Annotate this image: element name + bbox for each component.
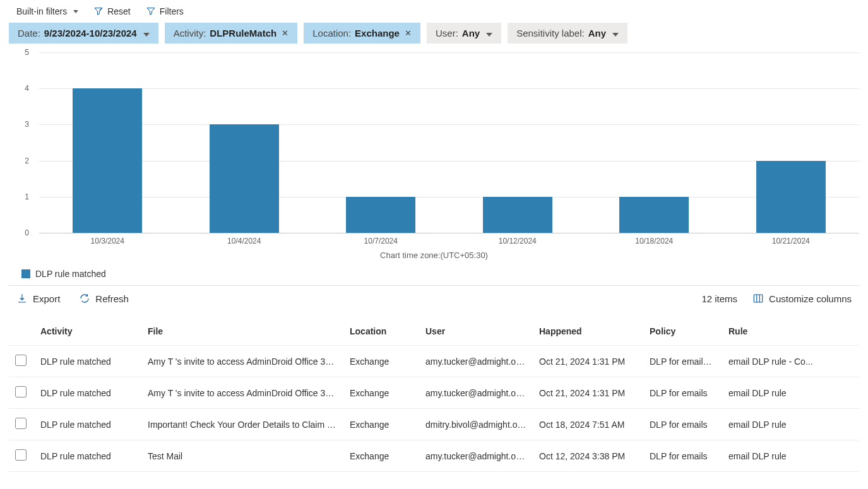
- x-tick: 10/4/2024: [176, 237, 313, 245]
- cell-rule: email DLP rule: [722, 440, 859, 472]
- y-tick: 3: [25, 120, 29, 129]
- cell-policy: DLP for emails: [643, 440, 722, 472]
- export-label: Export: [33, 293, 60, 304]
- bar-slot: [39, 52, 176, 233]
- cell-user: dmitry.bivol@admight.onmi...: [419, 409, 533, 440]
- columns-icon: [752, 293, 764, 304]
- cell-user: amy.tucker@admight.onmicr...: [419, 346, 533, 377]
- filter-icon: [146, 6, 156, 16]
- refresh-icon: [79, 293, 90, 304]
- y-tick: 5: [25, 48, 29, 57]
- cell-file: Test Mail: [141, 440, 343, 472]
- chart-timezone-label: Chart time zone:(UTC+05:30): [9, 250, 859, 260]
- filter-chip-label: Activity:: [174, 28, 206, 38]
- col-user[interactable]: User: [419, 317, 533, 346]
- y-tick: 0: [25, 228, 29, 237]
- table-row[interactable]: DLP rule matchedAmy T 's invite to acces…: [9, 346, 859, 377]
- filter-chip[interactable]: Date: 9/23/2024-10/23/2024: [9, 23, 158, 44]
- row-checkbox[interactable]: [15, 418, 27, 429]
- table-row[interactable]: DLP rule matchedAmy T 's invite to acces…: [9, 377, 859, 409]
- table-header-row: Activity File Location User Happened Pol…: [9, 317, 859, 346]
- bar-slot: [312, 52, 449, 233]
- legend-label: DLP rule matched: [35, 269, 106, 279]
- results-table: Activity File Location User Happened Pol…: [9, 317, 859, 472]
- col-location[interactable]: Location: [343, 317, 419, 346]
- row-checkbox[interactable]: [15, 355, 27, 366]
- table-row[interactable]: DLP rule matchedTest MailExchangeamy.tuc…: [9, 440, 859, 472]
- x-tick: 10/3/2024: [39, 237, 176, 245]
- cell-activity: DLP rule matched: [34, 377, 141, 409]
- filter-chip-label: User:: [436, 28, 458, 38]
- col-file[interactable]: File: [141, 317, 343, 346]
- cell-policy: DLP for emails - Co...: [643, 346, 722, 377]
- download-icon: [16, 293, 28, 304]
- filter-chip[interactable]: Activity: DLPRuleMatch ✕: [165, 23, 298, 44]
- x-tick: 10/21/2024: [723, 237, 860, 245]
- bar-chart: 012345 10/3/202410/4/202410/7/202410/12/…: [21, 52, 859, 242]
- cell-rule: email DLP rule: [722, 377, 859, 409]
- col-happened[interactable]: Happened: [533, 317, 643, 346]
- reset-button[interactable]: Reset: [90, 4, 134, 19]
- filters-button[interactable]: Filters: [142, 4, 187, 19]
- svg-rect-0: [754, 295, 763, 302]
- bar[interactable]: [210, 124, 279, 233]
- col-rule[interactable]: Rule: [722, 317, 859, 346]
- filter-chip-label: Date:: [18, 28, 40, 38]
- filter-chip-label: Sensitivity label:: [516, 28, 585, 38]
- chart-legend: DLP rule matched: [0, 260, 868, 285]
- built-in-filters-dropdown[interactable]: Built-in filters: [13, 4, 82, 19]
- col-activity[interactable]: Activity: [34, 317, 141, 346]
- filter-chip-row: Date: 9/23/2024-10/23/2024 Activity: DLP…: [0, 23, 868, 52]
- cell-activity: DLP rule matched: [34, 440, 141, 472]
- filter-reset-icon: [93, 6, 104, 16]
- filter-chip[interactable]: Sensitivity label: Any: [508, 23, 627, 44]
- close-icon[interactable]: ✕: [405, 28, 412, 38]
- cell-file: Amy T 's invite to access AdminDroid Off…: [141, 377, 343, 409]
- cell-happened: Oct 18, 2024 7:51 AM: [533, 409, 643, 440]
- filter-chip[interactable]: User: Any: [427, 23, 501, 44]
- row-checkbox[interactable]: [15, 386, 27, 398]
- cell-rule: email DLP rule: [722, 409, 859, 440]
- customize-columns-label: Customize columns: [769, 293, 852, 304]
- filter-chip[interactable]: Location: Exchange ✕: [304, 23, 420, 44]
- filter-chip-value: Exchange: [355, 28, 400, 38]
- cell-policy: DLP for emails: [643, 409, 722, 440]
- cell-location: Exchange: [343, 440, 419, 472]
- filter-chip-value: 9/23/2024-10/23/2024: [44, 28, 137, 38]
- cell-happened: Oct 21, 2024 1:31 PM: [533, 377, 643, 409]
- filter-chip-value: DLPRuleMatch: [210, 28, 276, 38]
- customize-columns-button[interactable]: Customize columns: [749, 292, 855, 305]
- cell-activity: DLP rule matched: [34, 409, 141, 440]
- bar[interactable]: [346, 197, 415, 233]
- close-icon[interactable]: ✕: [282, 28, 288, 38]
- export-button[interactable]: Export: [13, 292, 64, 305]
- cell-location: Exchange: [343, 377, 419, 409]
- table-row[interactable]: DLP rule matchedImportant! Check Your Or…: [9, 409, 859, 440]
- bar[interactable]: [619, 197, 689, 233]
- bar-slot: [449, 52, 586, 233]
- chevron-down-icon: [610, 28, 619, 38]
- reset-label: Reset: [107, 6, 131, 16]
- cell-happened: Oct 21, 2024 1:31 PM: [533, 346, 643, 377]
- cell-rule: email DLP rule - Co...: [722, 346, 859, 377]
- built-in-filters-label: Built-in filters: [16, 6, 67, 16]
- cell-location: Exchange: [343, 409, 419, 440]
- row-checkbox[interactable]: [15, 449, 27, 461]
- col-policy[interactable]: Policy: [643, 317, 722, 346]
- y-tick: 2: [25, 156, 29, 165]
- bar[interactable]: [483, 197, 552, 233]
- cell-file: Important! Check Your Order Details to C…: [141, 409, 343, 440]
- items-count: 12 items: [701, 293, 737, 304]
- cell-policy: DLP for emails: [643, 377, 722, 409]
- bar[interactable]: [73, 88, 142, 233]
- filter-chip-label: Location:: [312, 28, 351, 38]
- legend-swatch: [21, 269, 30, 278]
- x-tick: 10/7/2024: [312, 237, 449, 245]
- y-tick: 1: [25, 192, 29, 201]
- chevron-down-icon: [141, 28, 150, 38]
- cell-user: amy.tucker@admight.onmicr...: [419, 440, 533, 472]
- filter-chip-value: Any: [588, 28, 606, 38]
- refresh-button[interactable]: Refresh: [75, 292, 133, 305]
- bar[interactable]: [756, 161, 826, 233]
- refresh-label: Refresh: [95, 293, 129, 304]
